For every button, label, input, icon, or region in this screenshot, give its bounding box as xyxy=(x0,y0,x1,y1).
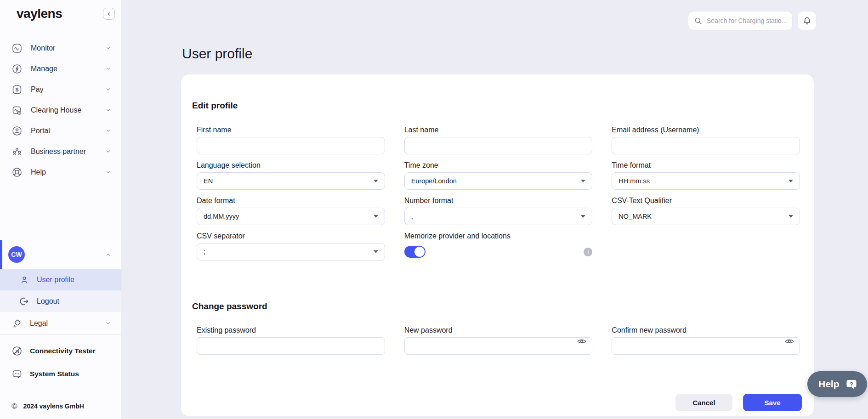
number-format-select[interactable]: , xyxy=(404,208,593,225)
sidebar-item-pay[interactable]: $ Pay xyxy=(0,79,121,100)
new-password-input[interactable] xyxy=(404,337,593,355)
sidebar-item-user-profile[interactable]: User profile xyxy=(0,269,121,290)
email-input[interactable] xyxy=(612,137,800,154)
field-memorize: Memorize provider and locations i xyxy=(404,232,593,260)
chevron-down-icon xyxy=(105,107,111,113)
svg-text:?: ? xyxy=(850,381,853,388)
sidebar-item-legal[interactable]: Legal xyxy=(0,312,121,334)
field-label: Last name xyxy=(404,125,593,134)
field-new-password: New password xyxy=(404,326,593,355)
sidebar-item-label: Monitor xyxy=(31,44,55,52)
field-label: New password xyxy=(404,326,593,334)
field-label: Number format xyxy=(404,196,593,205)
field-label: Date format xyxy=(197,196,385,205)
field-time-zone: Time zone Europe/London xyxy=(404,161,593,190)
connectivity-tester-icon: N xyxy=(11,345,23,357)
language-select[interactable]: EN xyxy=(197,172,385,190)
sidebar-item-business-partner[interactable]: Business partner xyxy=(0,141,121,162)
sidebar-item-label: Help xyxy=(31,168,46,176)
chevron-down-icon xyxy=(105,169,111,175)
edit-profile-form: First name Last name Email address (User… xyxy=(197,125,800,260)
save-button[interactable]: Save xyxy=(743,394,802,411)
chevron-down-icon xyxy=(105,128,111,134)
bell-icon xyxy=(802,16,812,26)
field-existing-password: Existing password xyxy=(197,326,385,355)
sidebar-item-label: Portal xyxy=(31,127,50,135)
caret-down-icon xyxy=(374,250,378,253)
copyright: © 2024 vaylens GmbH xyxy=(0,393,121,419)
eye-icon[interactable] xyxy=(784,337,794,345)
chevron-left-icon xyxy=(107,11,112,17)
global-search xyxy=(688,11,793,30)
sidebar-item-label: Connectivity Tester xyxy=(30,347,96,355)
copyright-text: 2024 vaylens GmbH xyxy=(23,402,84,410)
csv-separator-select[interactable]: ; xyxy=(197,243,385,260)
field-language: Language selection EN xyxy=(197,161,385,190)
select-value: , xyxy=(411,213,413,220)
time-zone-select[interactable]: Europe/London xyxy=(404,172,593,190)
date-format-select[interactable]: dd.MM.yyyy xyxy=(197,208,385,225)
user-icon xyxy=(19,275,29,285)
sidebar-item-connectivity-tester[interactable]: N Connectivity Tester xyxy=(0,340,121,362)
select-value: dd.MM.yyyy xyxy=(204,213,239,220)
system-status-icon xyxy=(11,368,23,379)
manage-icon xyxy=(11,63,23,74)
cancel-button[interactable]: Cancel xyxy=(675,394,732,411)
pay-icon: $ xyxy=(11,84,23,95)
select-value: EN xyxy=(204,177,213,185)
last-name-input[interactable] xyxy=(404,137,593,154)
svg-text:$: $ xyxy=(16,87,19,92)
business-partner-icon xyxy=(11,146,23,157)
time-format-select[interactable]: HH:mm:ss xyxy=(612,172,800,190)
page-title: User profile xyxy=(182,46,252,62)
field-label: Existing password xyxy=(197,326,385,334)
field-label: Memorize provider and locations xyxy=(404,232,593,240)
portal-icon xyxy=(11,125,23,136)
help-chat-icon: ? xyxy=(845,377,859,391)
sidebar-item-logout[interactable]: Logout xyxy=(0,290,121,312)
sidebar-item-monitor[interactable]: Monitor xyxy=(0,38,121,58)
field-confirm-password: Confirm new password xyxy=(612,326,800,355)
field-csv-text-qualifier: CSV-Text Qualifier NO_MARK xyxy=(612,196,800,225)
sidebar-item-label: Business partner xyxy=(31,147,86,156)
sidebar-item-portal[interactable]: Portal xyxy=(0,120,121,141)
sidebar-collapse-button[interactable] xyxy=(103,8,115,20)
sidebar-item-label: User profile xyxy=(37,276,74,284)
field-label: First name xyxy=(197,125,385,134)
sidebar-item-label: Pay xyxy=(31,85,44,94)
field-csv-separator: CSV separator ; xyxy=(197,232,385,260)
memorize-toggle[interactable] xyxy=(404,246,425,258)
first-name-input[interactable] xyxy=(197,137,385,154)
clearing-house-icon xyxy=(11,105,23,116)
sidebar-item-manage[interactable]: Manage xyxy=(0,58,121,79)
field-label: CSV-Text Qualifier xyxy=(612,196,800,205)
caret-down-icon xyxy=(789,180,793,182)
field-label: Email address (Username) xyxy=(612,125,800,134)
confirm-password-input[interactable] xyxy=(612,337,800,355)
toggle-knob xyxy=(414,247,425,257)
monitor-icon xyxy=(11,43,23,54)
edit-profile-heading: Edit profile xyxy=(192,101,814,111)
field-label: Language selection xyxy=(197,161,385,170)
logout-icon xyxy=(19,296,29,306)
notifications-button[interactable] xyxy=(797,11,817,30)
sidebar-item-help[interactable]: Help xyxy=(0,162,121,182)
sidebar-item-clearing-house[interactable]: Clearing House xyxy=(0,100,121,120)
help-widget-button[interactable]: Help ? xyxy=(807,371,867,397)
avatar: CW xyxy=(8,246,25,263)
search-input[interactable] xyxy=(707,17,787,24)
help-icon xyxy=(11,167,23,178)
field-time-format: Time format HH:mm:ss xyxy=(612,161,800,190)
copyright-icon: © xyxy=(11,402,17,410)
field-last-name: Last name xyxy=(404,125,593,154)
eye-icon[interactable] xyxy=(577,337,587,345)
user-account-row[interactable]: CW xyxy=(0,240,121,269)
caret-down-icon xyxy=(789,215,793,218)
existing-password-input[interactable] xyxy=(197,337,385,355)
chevron-up-icon xyxy=(105,252,111,258)
vaylens-logo: vaylens xyxy=(17,6,62,21)
info-icon[interactable]: i xyxy=(584,248,592,256)
csv-text-qualifier-select[interactable]: NO_MARK xyxy=(612,208,800,225)
help-widget-label: Help xyxy=(818,379,840,390)
sidebar-item-system-status[interactable]: System Status xyxy=(0,362,121,385)
